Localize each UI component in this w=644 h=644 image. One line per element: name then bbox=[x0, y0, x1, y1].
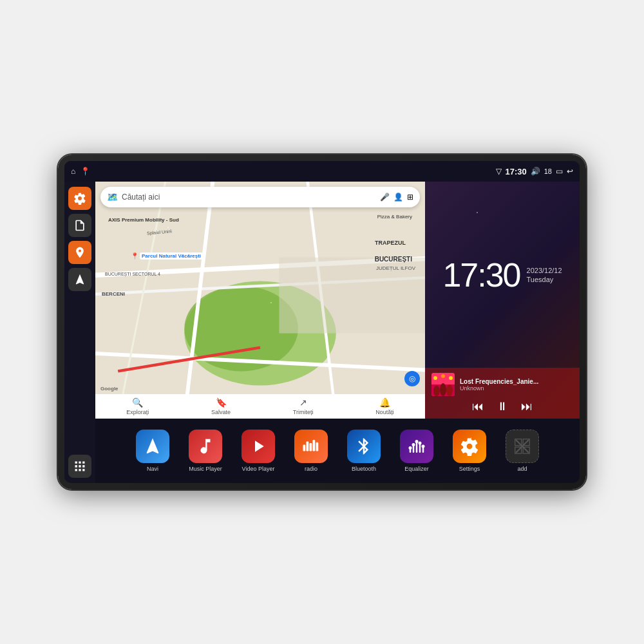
status-time: 17:30 bbox=[506, 167, 527, 176]
svg-rect-21 bbox=[310, 443, 312, 451]
map-news-label: Noutăți bbox=[375, 409, 394, 415]
radio-icon bbox=[294, 430, 328, 463]
status-right: ▽ 17:30 🔊 18 ▭ ↩ bbox=[496, 167, 574, 176]
battery-icon: ▭ bbox=[556, 167, 563, 176]
home-icon[interactable]: ⌂ bbox=[71, 167, 75, 176]
park-pin: 📍 Parcul Natural Văcărești bbox=[131, 252, 203, 260]
app-music-player[interactable]: Music Player bbox=[180, 430, 231, 472]
sector-label: BUCUREȘTI SECTORUL 4 bbox=[105, 272, 160, 276]
svg-point-14 bbox=[440, 383, 446, 396]
music-thumbnail bbox=[431, 373, 455, 396]
wifi-icon: ▽ bbox=[496, 167, 502, 176]
music-artist: Unknown bbox=[460, 385, 538, 392]
status-bar: ⌂ 📍 ▽ 17:30 🔊 18 ▭ ↩ bbox=[64, 161, 580, 182]
google-logo: Google bbox=[100, 386, 118, 392]
svg-point-15 bbox=[446, 384, 453, 396]
sidebar bbox=[64, 182, 95, 483]
add-icon bbox=[506, 430, 539, 463]
navi-icon bbox=[136, 430, 169, 463]
bottom-apps: Navi Music Player Video Player bbox=[95, 419, 580, 483]
back-icon[interactable]: ↩ bbox=[567, 167, 573, 176]
clock-date-value: 2023/12/12 bbox=[527, 267, 562, 274]
svg-rect-22 bbox=[313, 440, 316, 451]
navi-label: Navi bbox=[147, 466, 158, 472]
radio-label: radio bbox=[305, 466, 317, 472]
sidebar-settings-btn[interactable] bbox=[68, 187, 91, 210]
clock-date: 2023/12/12 Tuesday bbox=[527, 267, 562, 283]
layers-icon[interactable]: ⊞ bbox=[407, 193, 413, 202]
music-prev-btn[interactable]: ⏮ bbox=[472, 400, 484, 413]
map-send-btn[interactable]: ↗ Trimiteți bbox=[293, 397, 314, 415]
svg-point-32 bbox=[419, 442, 422, 445]
sidebar-map-btn[interactable] bbox=[68, 241, 91, 264]
app-navi[interactable]: Navi bbox=[128, 430, 178, 472]
map-search-bar[interactable]: 🗺️ Căutați aici 🎤 👤 ⊞ bbox=[100, 187, 420, 207]
trapez-label: TRAPEZUL bbox=[375, 240, 406, 246]
map-saved-btn[interactable]: 🔖 Salvate bbox=[211, 397, 231, 415]
mic-icon[interactable]: 🎤 bbox=[380, 193, 390, 202]
clock-time: 17:30 bbox=[442, 258, 520, 292]
sidebar-apps-btn[interactable] bbox=[68, 455, 91, 478]
map-search-text: Căutați aici bbox=[122, 193, 376, 202]
music-section: Lost Frequencies_Janie... Unknown ⏮ ⏸ ⏭ bbox=[425, 368, 580, 419]
battery-level: 18 bbox=[544, 167, 552, 175]
google-maps-icon: 🗺️ bbox=[107, 192, 118, 202]
account-icon[interactable]: 👤 bbox=[393, 193, 403, 202]
app-bluetooth[interactable]: Bluetooth bbox=[339, 430, 389, 472]
settings-app-label: Settings bbox=[459, 466, 480, 472]
app-equalizer[interactable]: Equalizer bbox=[392, 430, 442, 472]
app-video-player[interactable]: Video Player bbox=[233, 430, 283, 472]
map-bottom-bar: 🔍 Explorați 🔖 Salvate ↗ Trimiteți bbox=[95, 394, 425, 419]
axis-label: AXIS Premium Mobility - Sud bbox=[108, 217, 179, 223]
center-area: 🗺️ Căutați aici 🎤 👤 ⊞ AXIS Premium Mobil… bbox=[95, 182, 580, 483]
add-label: add bbox=[517, 466, 527, 472]
svg-point-29 bbox=[409, 446, 412, 450]
clock-section: 17:30 2023/12/12 Tuesday bbox=[425, 182, 580, 368]
video-player-label: Video Player bbox=[242, 466, 275, 472]
svg-rect-20 bbox=[307, 442, 309, 451]
equalizer-label: Equalizer bbox=[404, 466, 429, 472]
equalizer-icon bbox=[400, 430, 433, 463]
bluetooth-icon bbox=[347, 430, 381, 463]
volume-icon: 🔊 bbox=[531, 167, 540, 176]
judet-label: JUDEȚUL ILFOV bbox=[376, 265, 415, 271]
music-controls: ⏮ ⏸ ⏭ bbox=[431, 400, 573, 413]
music-pause-btn[interactable]: ⏸ bbox=[497, 400, 508, 413]
svg-point-31 bbox=[415, 440, 419, 443]
svg-rect-19 bbox=[303, 445, 306, 451]
sidebar-files-btn[interactable] bbox=[68, 214, 91, 237]
map-saved-label: Salvate bbox=[211, 409, 231, 415]
map-explore-btn[interactable]: 🔍 Explorați bbox=[126, 397, 149, 415]
map-area[interactable]: 🗺️ Căutați aici 🎤 👤 ⊞ AXIS Premium Mobil… bbox=[95, 182, 425, 419]
music-info: Lost Frequencies_Janie... Unknown bbox=[431, 373, 573, 396]
svg-point-30 bbox=[412, 443, 415, 446]
clock-day: Tuesday bbox=[527, 276, 562, 283]
sidebar-nav-btn[interactable] bbox=[68, 268, 91, 291]
svg-rect-26 bbox=[416, 442, 418, 453]
location-icon[interactable]: 📍 bbox=[80, 167, 90, 176]
map-explore-label: Explorați bbox=[126, 409, 149, 415]
music-title: Lost Frequencies_Janie... bbox=[460, 378, 538, 385]
svg-point-17 bbox=[441, 374, 445, 378]
app-settings[interactable]: Settings bbox=[444, 430, 495, 472]
main-content: 🗺️ Căutați aici 🎤 👤 ⊞ AXIS Premium Mobil… bbox=[64, 182, 580, 483]
map-send-label: Trimiteți bbox=[293, 409, 314, 415]
map-news-btn[interactable]: 🔔 Noutăți bbox=[375, 397, 394, 415]
music-text: Lost Frequencies_Janie... Unknown bbox=[460, 378, 538, 392]
map-compass-btn[interactable]: ◎ bbox=[404, 371, 420, 386]
music-player-icon bbox=[189, 430, 222, 463]
svg-point-13 bbox=[433, 386, 440, 396]
berceni-label: BERCENI bbox=[102, 291, 125, 297]
svg-point-16 bbox=[433, 376, 437, 380]
svg-point-33 bbox=[422, 445, 425, 448]
screen: ⌂ 📍 ▽ 17:30 🔊 18 ▭ ↩ bbox=[64, 161, 580, 483]
app-radio[interactable]: radio bbox=[286, 430, 336, 472]
settings-app-icon bbox=[453, 430, 486, 463]
app-add[interactable]: add bbox=[497, 430, 547, 472]
bluetooth-label: Bluetooth bbox=[352, 466, 376, 472]
svg-point-18 bbox=[449, 376, 453, 380]
status-left: ⌂ 📍 bbox=[71, 167, 90, 176]
music-next-btn[interactable]: ⏭ bbox=[521, 400, 533, 413]
video-player-icon bbox=[242, 430, 275, 463]
park-label: Parcul Natural Văcărești bbox=[140, 252, 203, 260]
